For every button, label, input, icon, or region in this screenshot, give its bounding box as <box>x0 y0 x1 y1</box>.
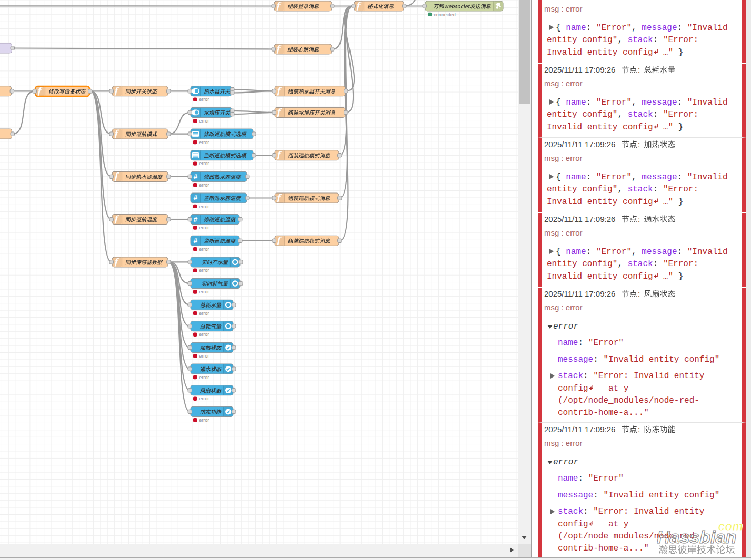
svg-text:error: error <box>199 375 209 380</box>
svg-text:#: # <box>194 215 198 223</box>
svg-text:error: error <box>199 118 209 124</box>
svg-text:error: error <box>199 332 209 337</box>
svg-text:#: # <box>194 172 198 181</box>
svg-text:error: error <box>199 97 209 102</box>
svg-text:error: error <box>199 225 209 230</box>
svg-text:error: error <box>199 396 209 401</box>
svg-text::: : <box>638 140 640 149</box>
svg-text:error: error <box>199 161 209 166</box>
svg-text:#: # <box>194 194 198 202</box>
svg-text:error: error <box>199 268 209 273</box>
svg-text:error: error <box>199 204 209 209</box>
svg-text::: : <box>638 425 640 434</box>
svg-text:error: error <box>199 353 209 359</box>
svg-text:error: error <box>199 418 209 423</box>
svg-text::: : <box>638 289 640 298</box>
svg-text:connected: connected <box>434 12 456 17</box>
svg-text:error: error <box>199 311 209 316</box>
svg-text:#: # <box>194 237 198 245</box>
svg-text:error: error <box>199 182 209 188</box>
svg-text:error: error <box>199 140 209 145</box>
svg-text::: : <box>638 215 640 223</box>
svg-text::: : <box>638 65 640 74</box>
svg-text:error: error <box>199 289 209 294</box>
svg-text:error: error <box>199 247 209 252</box>
